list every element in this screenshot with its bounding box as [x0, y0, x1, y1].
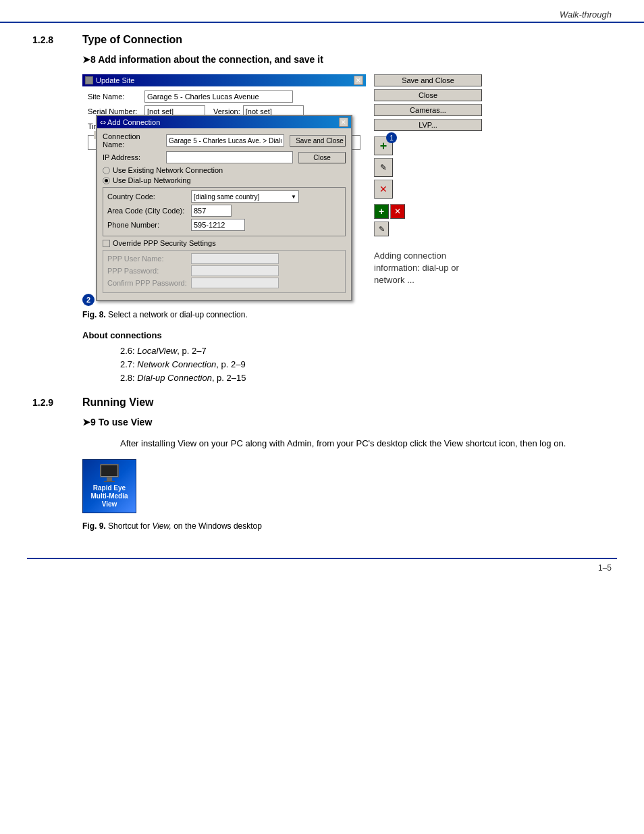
dialog-area: Update Site ✕ Site Name: Serial Number:	[82, 74, 612, 287]
dialup-radio-label: Use Dial-up Networking	[113, 176, 191, 184]
add-icon-container: + 1	[374, 136, 393, 155]
phone-row: Phone Number:	[107, 219, 341, 231]
ppp-confirm-row: Confirm PPP Password:	[107, 278, 341, 288]
about-heading: About connections	[82, 330, 612, 340]
ppp-confirm-input	[191, 278, 279, 288]
cameras-btn[interactable]: Cameras...	[374, 104, 482, 116]
dialup-connection-link: Dial-up Connection	[137, 373, 212, 383]
ppp-password-label: PPP Password:	[107, 267, 188, 275]
fig9-caption: Fig. 9. Shortcut for View, on the Window…	[82, 521, 612, 531]
section-128-num: 1.2.8	[32, 34, 66, 45]
conn-add-btn[interactable]: +	[374, 204, 389, 219]
update-site-titlebar: Update Site ✕	[82, 74, 366, 86]
ip-label: IP Address:	[103, 153, 163, 161]
ppp-confirm-label: Confirm PPP Password:	[107, 279, 188, 287]
add-conn-body: ConnectionName: Save and Close IP Addres…	[97, 128, 351, 300]
edit-icon-btn[interactable]: ✎	[374, 158, 393, 177]
rapid-eye-text: Rapid Eye Multi-Media View	[91, 484, 128, 509]
fig8-num: Fig. 8.	[82, 310, 106, 319]
section-129: 1.2.9 Running View ➤9 To use View After …	[32, 396, 612, 531]
step-9-heading: ➤9 To use View	[82, 417, 612, 427]
area-label: Area Code (City Code):	[107, 207, 188, 215]
bottom-rule	[27, 558, 617, 559]
country-value: [dialing same country]	[194, 193, 259, 201]
site-name-row: Site Name:	[88, 90, 360, 103]
site-name-label: Site Name:	[88, 93, 142, 101]
add-conn-titlebar: ⇔ Add Connection ✕	[97, 116, 351, 128]
localview-link: LocalView	[137, 346, 177, 356]
lvp-btn[interactable]: LVP...	[374, 119, 482, 131]
conn-name-input[interactable]	[166, 134, 284, 147]
section-128-title: Type of Connection	[82, 34, 182, 46]
list-item: 2.8: Dial-up Connection, p. 2–15	[120, 373, 612, 383]
update-site-close-btn[interactable]: Close	[374, 89, 482, 101]
phone-label: Phone Number:	[107, 221, 188, 229]
ip-row: IP Address: Close	[103, 151, 346, 163]
delete-icon-btn[interactable]: ✕	[374, 180, 393, 199]
network-radio-label: Use Existing Network Connection	[113, 166, 223, 174]
override-row: Override PPP Security Settings	[103, 239, 346, 247]
network-radio-row: Use Existing Network Connection	[103, 166, 346, 174]
section-128: 1.2.8 Type of Connection ➤8 Add informat…	[32, 34, 612, 383]
network-radio[interactable]	[103, 167, 110, 174]
fig8-caption: Fig. 8. Select a network or dial-up conn…	[82, 310, 612, 319]
conn-edit-icon-btn[interactable]: ✎	[374, 221, 389, 236]
ppp-user-row: PPP User Name:	[107, 253, 341, 264]
ppp-group: PPP User Name: PPP Password: Confirm PPP…	[103, 250, 346, 293]
conn-name-row: ConnectionName: Save and Close	[103, 132, 346, 149]
fig9-text-pre: Shortcut for	[108, 521, 152, 531]
page-number: 1–5	[0, 563, 612, 573]
ppp-user-input	[191, 253, 279, 264]
fig9-num: Fig. 9.	[82, 521, 106, 531]
conn-del-btn[interactable]: ✕	[390, 204, 405, 219]
conn-del-icon: ✕	[394, 207, 401, 216]
add-conn-save-close-btn[interactable]: Save and Close	[290, 135, 346, 147]
ppp-password-row: PPP Password:	[107, 265, 341, 276]
update-site-dialog: Update Site ✕ Site Name: Serial Number:	[82, 74, 366, 157]
phone-input[interactable]	[191, 219, 245, 231]
area-row: Area Code (City Code):	[107, 205, 341, 217]
conn-name-label: ConnectionName:	[103, 132, 163, 149]
rapid-eye-icon-area: Rapid Eye Multi-Media View	[82, 459, 612, 513]
update-site-title: Update Site	[96, 76, 134, 84]
sidebar-note: Adding connection information: dial-up o…	[374, 250, 482, 287]
add-conn-close-x[interactable]: ✕	[339, 118, 348, 127]
step-8-heading: ➤8 Add information about the connection,…	[82, 54, 612, 65]
country-label: Country Code:	[107, 192, 188, 201]
step-9-body: After installing View on your PC along w…	[120, 437, 612, 450]
override-checkbox[interactable]	[103, 240, 110, 247]
list-item: 2.7: Network Connection, p. 2–9	[120, 359, 612, 369]
fig8-text: Select a network or dial-up connection.	[108, 310, 248, 319]
monitor-icon	[100, 464, 119, 482]
view-link: View,	[152, 521, 171, 531]
about-list: 2.6: LocalView, p. 2–7 2.7: Network Conn…	[120, 346, 612, 383]
dialup-section: Country Code: [dialing same country] ▼ A…	[103, 187, 346, 236]
country-row: Country Code: [dialing same country] ▼	[107, 190, 341, 203]
section-129-title: Running View	[82, 396, 153, 409]
conn-edit-icon: ✎	[379, 225, 385, 234]
country-select[interactable]: [dialing same country] ▼	[191, 190, 299, 203]
override-label: Override PPP Security Settings	[113, 239, 216, 247]
edit-icon: ✎	[380, 163, 387, 172]
rapid-eye-box: Rapid Eye Multi-Media View	[82, 459, 136, 513]
badge-1: 1	[386, 132, 397, 143]
title-icon	[85, 76, 93, 84]
dialup-radio[interactable]	[103, 177, 110, 184]
conn-add-icon: +	[379, 206, 384, 217]
network-connection-link: Network Connection	[137, 359, 216, 369]
fig9-text-post: on the Windows desktop	[171, 521, 262, 531]
area-input[interactable]	[191, 205, 232, 217]
ip-input[interactable]	[166, 151, 293, 163]
dialup-radio-row: Use Dial-up Networking	[103, 176, 346, 184]
ppp-password-input	[191, 265, 279, 276]
add-icon: +	[380, 140, 387, 152]
ppp-user-label: PPP User Name:	[107, 255, 188, 263]
site-name-input[interactable]	[144, 90, 293, 103]
add-conn-close-btn[interactable]: Close	[298, 152, 346, 163]
add-conn-title: Add Connection	[107, 118, 160, 126]
header-label: Walk-through	[560, 9, 612, 20]
list-item: 2.6: LocalView, p. 2–7	[120, 346, 612, 356]
update-site-save-close-btn[interactable]: Save and Close	[374, 74, 482, 86]
update-site-close-x[interactable]: ✕	[354, 76, 363, 85]
delete-icon: ✕	[379, 184, 387, 194]
